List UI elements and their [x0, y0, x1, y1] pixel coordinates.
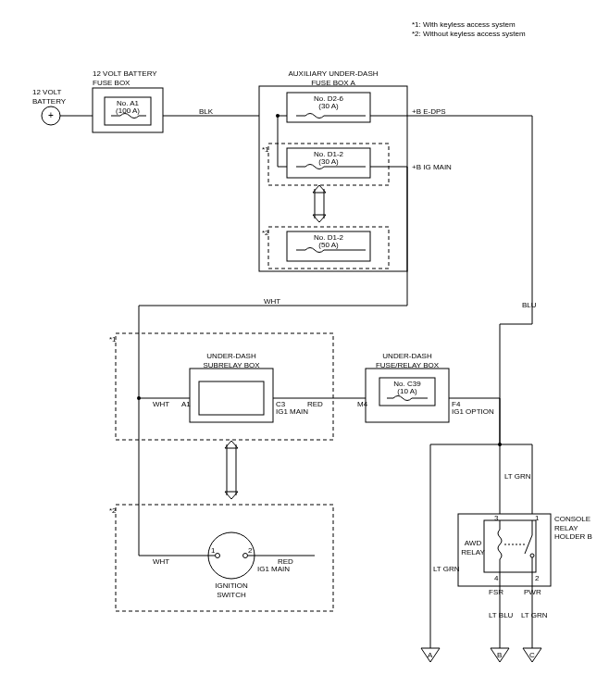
wire-ltgrn-a: LT GRN — [433, 565, 460, 574]
aux-marker-2: *2 — [262, 229, 269, 238]
awd-relay-name: AWD RELAY — [461, 539, 485, 556]
svg-rect-37 — [199, 381, 264, 415]
ignition-title: IGNITION SWITCH — [208, 581, 255, 599]
wire-ltgrn-c: LT GRN — [521, 611, 548, 620]
aux-marker-1: *1 — [262, 145, 269, 155]
ignition-out-label: IG1 MAIN — [257, 565, 290, 574]
battery-title: 12 VOLT BATTERY — [32, 88, 66, 106]
fuse-d26-out: +B E-DPS — [412, 107, 446, 117]
wire-wht-1: WHT — [264, 297, 280, 306]
svg-point-69 — [530, 554, 534, 557]
arrow-c: C — [529, 651, 535, 660]
relay-pwr: PWR — [524, 588, 541, 597]
wire-wht-2: WHT — [153, 400, 169, 409]
subrelay-title: UNDER-DASH SUBRELAY BOX — [190, 352, 273, 369]
aux-fuse-box-title: AUXILIARY UNDER-DASH FUSE BOX A — [268, 69, 398, 87]
wire-wht-3: WHT — [153, 557, 169, 567]
relay-pin-4: 4 — [494, 574, 498, 583]
battery-fuse-box-title: 12 VOLT BATTERY FUSE BOX — [93, 69, 157, 87]
svg-rect-35 — [116, 333, 333, 440]
wire-ltblu: LT BLU — [489, 611, 513, 620]
battery-plus-icon: + — [48, 110, 54, 121]
legend-note2: *2: Without keyless access system — [412, 30, 526, 39]
svg-line-68 — [525, 535, 532, 554]
relay-pin-2: 2 — [535, 574, 539, 583]
svg-rect-36 — [190, 369, 273, 422]
wire-blu: BLU — [522, 301, 537, 310]
svg-point-57 — [243, 554, 248, 558]
relay-pin-1: 1 — [535, 514, 539, 523]
ignition-pin-1: 1 — [211, 546, 215, 556]
subrelay-marker: *1 — [109, 335, 117, 344]
fuserelay-title: UNDER-DASH FUSE/RELAY BOX — [366, 352, 449, 369]
fuse-d12-30-out: +B IG MAIN — [412, 163, 452, 172]
wire-ltgrn-r: LT GRN — [504, 472, 531, 481]
subrelay-pin-a1: A1 — [181, 400, 191, 409]
fuse-d12-30-rating: (30 A) — [287, 157, 370, 167]
wire-blk: BLK — [199, 107, 213, 117]
relay-pin-3: 3 — [494, 514, 498, 523]
wire-red-1: RED — [307, 400, 323, 409]
fuse-d12-50-rating: (50 A) — [287, 241, 370, 250]
fuserelay-pin-m4: M4 — [357, 400, 367, 409]
fuse-a1-rating: (100 A) — [105, 106, 151, 116]
arrow-b: B — [497, 651, 502, 660]
subrelay-out-label: IG1 MAIN — [276, 407, 308, 417]
fuserelay-out-label: IG1 OPTION — [452, 407, 494, 417]
fuse-d26-rating: (30 A) — [287, 102, 370, 111]
ignition-marker: *2 — [109, 506, 117, 516]
svg-point-56 — [216, 554, 220, 558]
fuse-c39-rating: (10 A) — [379, 387, 435, 396]
relay-fsr: FSR — [489, 588, 503, 597]
ignition-pin-2: 2 — [248, 546, 252, 556]
legend-note1: *1: With keyless access system — [412, 20, 516, 30]
arrow-a: A — [428, 651, 432, 660]
relay-holder-title: CONSOLE RELAY HOLDER B — [554, 515, 592, 542]
